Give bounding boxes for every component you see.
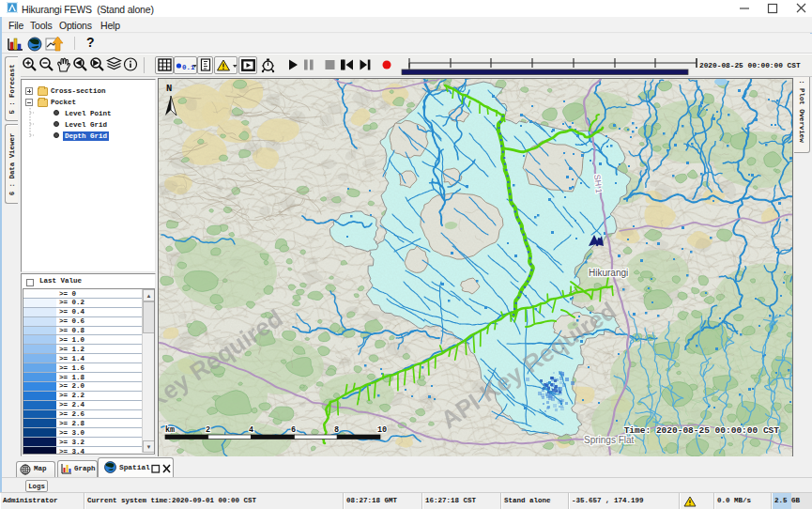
svg-text:4: 4 bbox=[249, 425, 253, 435]
svg-text:0.1: 0.1 bbox=[182, 63, 195, 70]
svg-text:Time: 2020-08-25 00:00:00 CST: Time: 2020-08-25 00:00:00 CST bbox=[624, 425, 780, 436]
svg-text:2: 2 bbox=[206, 425, 210, 435]
svg-text:Hikurangi: Hikurangi bbox=[589, 268, 628, 278]
svg-text:km: km bbox=[165, 425, 175, 435]
svg-text:N: N bbox=[166, 83, 172, 94]
svg-text:Springs Flat: Springs Flat bbox=[584, 435, 635, 445]
svg-text:SH 1: SH 1 bbox=[592, 174, 604, 193]
svg-text:8: 8 bbox=[334, 425, 339, 435]
svg-text:10: 10 bbox=[377, 425, 387, 435]
svg-text:6: 6 bbox=[291, 425, 296, 435]
